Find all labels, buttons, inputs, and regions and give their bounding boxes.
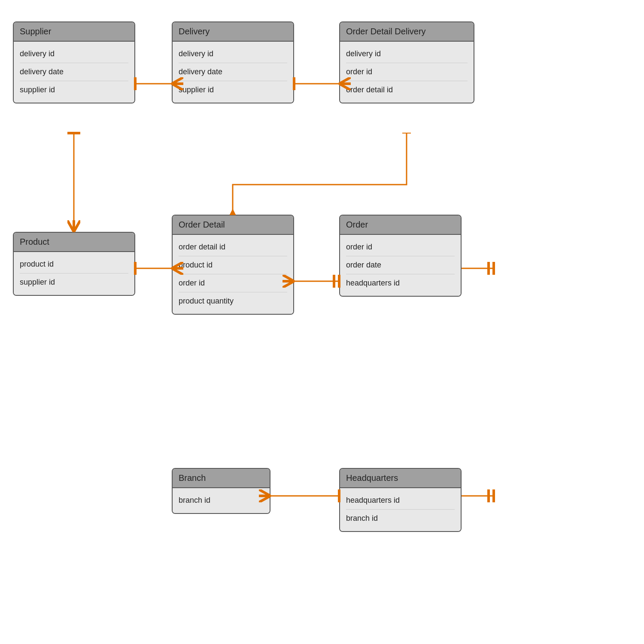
table-supplier-header: Supplier bbox=[14, 22, 134, 42]
field-supplier-supplier-id: supplier id bbox=[20, 81, 128, 99]
table-supplier: Supplier delivery id delivery date suppl… bbox=[13, 21, 135, 103]
field-hq-headquarters-id: headquarters id bbox=[346, 492, 455, 510]
field-supplier-delivery-id: delivery id bbox=[20, 45, 128, 63]
field-order-order-date: order date bbox=[346, 256, 455, 274]
field-hq-branch-id: branch id bbox=[346, 510, 455, 528]
table-delivery: Delivery delivery id delivery date suppl… bbox=[172, 21, 294, 103]
field-odd-order-detail-id: order detail id bbox=[346, 81, 468, 99]
field-odd-delivery-id: delivery id bbox=[346, 45, 468, 63]
field-product-supplier-id: supplier id bbox=[20, 273, 128, 292]
field-odd-order-id: order id bbox=[346, 63, 468, 81]
field-product-product-id: product id bbox=[20, 255, 128, 273]
field-delivery-delivery-id: delivery id bbox=[179, 45, 287, 63]
svg-marker-16 bbox=[230, 209, 236, 215]
table-branch-header: Branch bbox=[173, 469, 270, 488]
table-branch: Branch branch id bbox=[172, 468, 270, 514]
table-order-detail: Order Detail order detail id product id … bbox=[172, 215, 294, 315]
table-order-detail-delivery: Order Detail Delivery delivery id order … bbox=[339, 21, 474, 103]
table-order: Order order id order date headquarters i… bbox=[339, 215, 462, 297]
table-delivery-header: Delivery bbox=[173, 22, 293, 42]
table-headquarters-header: Headquarters bbox=[340, 469, 461, 488]
field-branch-branch-id: branch id bbox=[179, 492, 264, 510]
field-supplier-delivery-date: delivery date bbox=[20, 63, 128, 81]
table-order-header: Order bbox=[340, 216, 461, 235]
field-delivery-supplier-id: supplier id bbox=[179, 81, 287, 99]
field-order-headquarters-id: headquarters id bbox=[346, 274, 455, 292]
field-od-order-id: order id bbox=[179, 274, 287, 292]
table-headquarters: Headquarters headquarters id branch id bbox=[339, 468, 462, 532]
field-od-product-id: product id bbox=[179, 256, 287, 274]
field-od-order-detail-id: order detail id bbox=[179, 238, 287, 256]
field-delivery-delivery-date: delivery date bbox=[179, 63, 287, 81]
table-order-detail-delivery-header: Order Detail Delivery bbox=[340, 22, 474, 42]
field-od-product-quantity: product quantity bbox=[179, 292, 287, 310]
table-order-detail-header: Order Detail bbox=[173, 216, 293, 235]
table-product: Product product id supplier id bbox=[13, 232, 135, 296]
field-order-order-id: order id bbox=[346, 238, 455, 256]
table-product-header: Product bbox=[14, 233, 134, 252]
